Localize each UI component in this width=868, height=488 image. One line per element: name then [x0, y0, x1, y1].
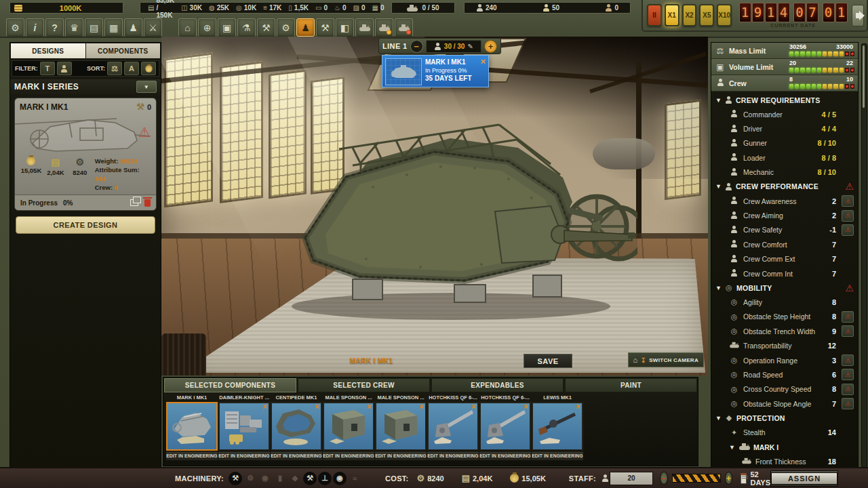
workshop-button[interactable]: ⚒ [257, 18, 275, 37]
machine-drill-icon[interactable]: ⚙ [243, 472, 257, 485]
section-crew-requirements[interactable]: ▼ CREW REQUIREMENTS [711, 93, 858, 107]
filter-label: FILTER: [15, 65, 38, 72]
tab-designs[interactable]: DESIGNS [11, 43, 85, 58]
world-map-button[interactable]: ⊕ [198, 18, 216, 37]
edit-icon[interactable]: ✎ [467, 43, 473, 50]
edit-in-engineering-button[interactable]: EDIT IN ENGINEERING [427, 451, 479, 460]
reports-button[interactable]: ▦ [104, 18, 123, 37]
vehicles-button[interactable] [355, 18, 374, 37]
edit-in-engineering-button[interactable]: EDIT IN ENGINEERING [323, 451, 374, 460]
remove-icon[interactable]: × [524, 403, 528, 410]
tab-selected-components[interactable]: SELECTED COMPONENTS [164, 378, 296, 392]
achievements-button[interactable]: ♛ [65, 18, 83, 37]
tab-selected-crew[interactable]: SELECTED CREW [298, 378, 430, 392]
settings-button[interactable]: ⚙ [6, 18, 24, 37]
research-button[interactable]: ⚗ [237, 18, 256, 37]
components-button[interactable]: ◧ [336, 18, 354, 37]
series-collapse-button[interactable]: ▼ [136, 81, 157, 93]
speed-x2-button[interactable]: X2 [682, 4, 697, 26]
create-design-button[interactable]: CREATE DESIGN [16, 216, 155, 234]
machine-furnace-icon[interactable]: ▮ [273, 472, 287, 485]
section-crew-performance[interactable]: ▼ CREW PERFORMANCE ⚠ [711, 180, 858, 194]
factory-window [665, 100, 701, 201]
warning-badge[interactable]: ⚠ [842, 195, 854, 207]
save-button[interactable]: SAVE [524, 354, 572, 368]
sort-alpha-button[interactable]: A [124, 62, 139, 75]
announcements-button[interactable] [852, 5, 864, 26]
speed-x10-button[interactable]: X10 [717, 4, 732, 26]
design-bureau-button[interactable]: ♟ [296, 18, 315, 37]
warning-badge[interactable]: ⚠ [842, 210, 854, 222]
machine-lathe-icon[interactable]: ◉ [258, 472, 272, 485]
production-item-card[interactable]: MARK I MK1 In Progress 0% 35 DAYS LEFT × [382, 55, 489, 87]
scrollbar-thumb[interactable] [863, 45, 865, 108]
warning-badge[interactable]: ⚠ [842, 354, 854, 366]
remove-icon[interactable]: × [367, 403, 372, 410]
machine-anvil-icon[interactable]: ⊥ [318, 472, 332, 485]
machine-hose-icon[interactable]: ≈ [348, 472, 361, 485]
news-button[interactable]: ▤ [85, 18, 103, 37]
personnel-button[interactable]: ♟ [124, 18, 142, 37]
subsection-mark-i[interactable]: ▼MARK I [711, 440, 858, 454]
staff-increase-button[interactable]: + [725, 472, 732, 485]
factory-button[interactable]: ⌂ [178, 18, 197, 37]
calendar-icon [741, 473, 747, 484]
close-icon[interactable]: × [480, 56, 486, 66]
tab-expendables[interactable]: EXPENDABLES [431, 378, 564, 392]
edit-in-engineering-button[interactable]: EDIT IN ENGINEERING [532, 451, 583, 460]
duplicate-icon[interactable] [130, 199, 138, 206]
assign-button[interactable]: ASSIGN [770, 470, 838, 487]
machine-press-icon[interactable]: ⚒ [229, 472, 242, 485]
remove-icon[interactable]: × [419, 403, 424, 410]
military-button[interactable]: ⚔ [144, 18, 162, 37]
resource-item: ♨0 [334, 4, 347, 12]
line-decrease-button[interactable]: − [410, 40, 423, 53]
staff-input[interactable] [610, 472, 653, 485]
services-button[interactable]: ⚙ [277, 18, 295, 37]
design-card[interactable]: MARK I MK1 ⚒ 0 ⚠ [14, 98, 157, 211]
staff-decrease-button[interactable]: − [660, 472, 667, 485]
edit-in-engineering-button[interactable]: EDIT IN ENGINEERING [218, 451, 270, 460]
design-title: MARK I MK1 [20, 102, 68, 112]
sort-cost-button[interactable] [141, 62, 156, 75]
warning-badge[interactable]: ⚠ [842, 398, 854, 409]
edit-in-engineering-button[interactable]: EDIT IN ENGINEERING [479, 451, 531, 460]
help-button[interactable]: ? [45, 18, 64, 37]
machine-grinder-icon[interactable]: ◉ [333, 472, 347, 485]
warning-badge[interactable]: ⚠ [842, 224, 854, 236]
edit-in-engineering-button[interactable]: EDIT IN ENGINEERING [375, 451, 427, 460]
sort-weight-button[interactable]: ⚖ [107, 62, 122, 75]
filter-type-button[interactable]: T [40, 62, 55, 75]
edit-in-engineering-button[interactable]: EDIT IN ENGINEERING [271, 451, 322, 460]
delete-icon[interactable] [144, 199, 151, 207]
scrollbar[interactable] [861, 43, 867, 468]
section-protection[interactable]: ▼ ◆ PROTECTION [711, 411, 858, 425]
switch-camera-button[interactable]: ⌂↧ SWITCH CAMERA [628, 352, 704, 367]
edit-in-engineering-button[interactable]: EDIT IN ENGINEERING [166, 451, 218, 460]
tab-components[interactable]: COMPONENTS [86, 43, 161, 58]
warning-badge[interactable]: ⚠ [842, 369, 854, 380]
pause-button[interactable]: II [647, 4, 662, 26]
line-increase-button[interactable]: + [484, 40, 497, 53]
staff-slider[interactable] [672, 474, 721, 483]
info-button[interactable]: i [26, 18, 44, 37]
production-button[interactable]: ⚒ [316, 18, 334, 37]
remove-icon[interactable]: × [262, 403, 267, 410]
vehicles-export-button[interactable] [395, 18, 413, 37]
vehicles-armor-button[interactable] [375, 18, 393, 37]
machine-hammer-icon[interactable]: ⚒ [303, 472, 317, 485]
speed-x5-button[interactable]: X5 [699, 4, 714, 26]
tab-paint[interactable]: PAINT [565, 378, 697, 392]
machine-brush-icon[interactable]: ◆ [288, 472, 302, 485]
warning-badge[interactable]: ⚠ [842, 384, 854, 395]
warning-badge[interactable]: ⚠ [842, 325, 854, 337]
filter-designer-button[interactable] [57, 62, 72, 75]
speed-x1-button[interactable]: X1 [665, 4, 679, 26]
viewport-3d[interactable]: MARK I MK1 SAVE ⌂↧ SWITCH CAMERA [161, 37, 708, 375]
remove-icon[interactable]: × [576, 403, 580, 410]
remove-icon[interactable]: × [315, 403, 319, 410]
remove-icon[interactable]: × [471, 403, 476, 410]
market-button[interactable]: ▣ [218, 18, 236, 37]
warning-badge[interactable]: ⚠ [842, 311, 854, 323]
section-mobility[interactable]: ▼ ◎ MOBILITY ⚠ [711, 281, 858, 295]
